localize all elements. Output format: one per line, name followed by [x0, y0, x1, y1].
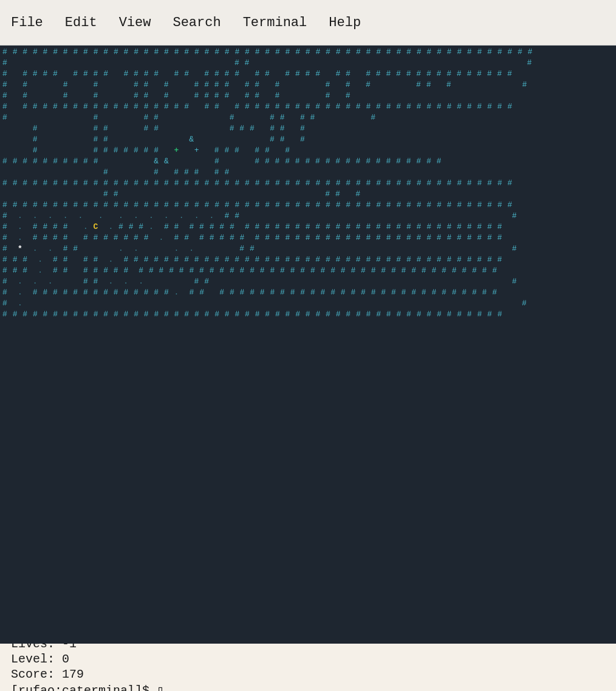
menu-terminal[interactable]: Terminal: [238, 13, 312, 33]
terminal-display[interactable]: # # # # # # # # # # # # # # # # # # # # …: [0, 46, 616, 644]
menu-edit[interactable]: Edit: [60, 13, 102, 33]
status-line-2: Score: 179: [11, 667, 605, 681]
status-line-3[interactable]: [rufao:caterminal]$ ▯: [11, 682, 605, 691]
menu-file[interactable]: File: [6, 13, 48, 33]
status-line-1: Level: 0: [11, 652, 605, 666]
menu-view[interactable]: View: [114, 13, 156, 33]
menu-search[interactable]: Search: [168, 13, 225, 33]
menubar: File Edit View Search Terminal Help: [0, 0, 616, 46]
status-bar: Lives: -1Level: 0Score: 179[rufao:caterm…: [0, 644, 616, 691]
menu-help[interactable]: Help: [324, 13, 366, 33]
terminal-pre: # # # # # # # # # # # # # # # # # # # # …: [0, 46, 616, 644]
